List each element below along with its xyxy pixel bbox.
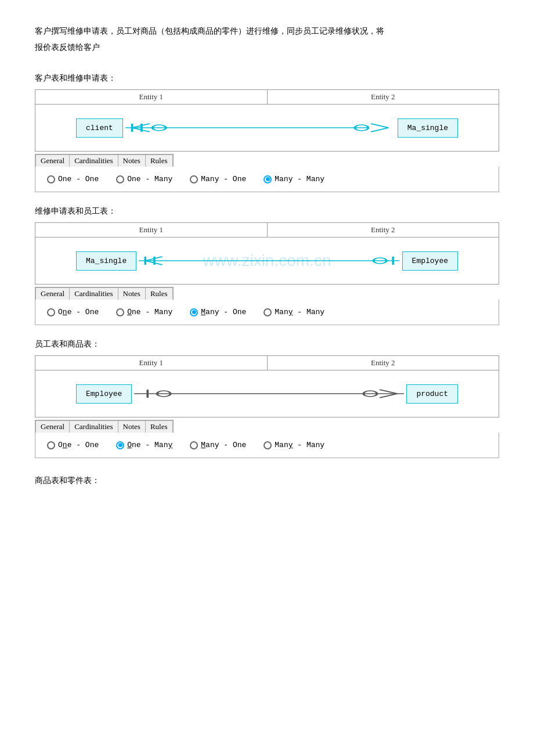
cardinality-panel-1: One - One One - Many Many - One Many - M… [35, 167, 499, 192]
section-2-label: 维修申请表和员工表： [35, 206, 499, 217]
tab-rules-3[interactable]: Rules [146, 420, 173, 433]
radio-circle-3-2 [190, 441, 198, 449]
radio-circle-3-1 [116, 441, 124, 449]
radio-one-many-3[interactable]: One - Many [116, 441, 172, 449]
tabs-bar-1: General Cardinalities Notes Rules [35, 154, 174, 167]
radio-circle-2-1 [116, 308, 124, 316]
radio-circle-2-0 [47, 308, 55, 316]
section-1-label: 客户表和维修申请表： [35, 73, 499, 84]
entity1-box-1: client [76, 118, 123, 138]
er-header-1: Entity 1 Entity 2 [35, 90, 499, 105]
radio-circle-1-2 [190, 175, 198, 183]
radio-one-one-3[interactable]: One - One [47, 441, 99, 449]
connector-2 [139, 252, 399, 269]
er-diagram-2: Entity 1 Entity 2 Ma_single [35, 222, 499, 285]
tab-general-1[interactable]: General [35, 154, 70, 167]
svg-line-7 [371, 124, 388, 128]
tab-rules-2[interactable]: Rules [146, 287, 173, 300]
entity1-box-3: Employee [76, 384, 132, 404]
svg-line-20 [380, 390, 398, 394]
tabs-bar-2: General Cardinalities Notes Rules [35, 287, 174, 300]
tab-cardinalities-2[interactable]: Cardinalities [70, 287, 118, 300]
radio-group-2: One - One One - Many Many - One Many - M… [47, 305, 487, 319]
connector-3 [134, 385, 404, 402]
intro-line1: 客户撰写维修申请表，员工对商品（包括构成商品的零件）进行维修，同步员工记录维修状… [35, 23, 499, 39]
tab-notes-1[interactable]: Notes [118, 154, 146, 167]
radio-many-many-1[interactable]: Many - Many [264, 175, 324, 183]
tab-general-2[interactable]: General [35, 287, 70, 300]
tab-general-3[interactable]: General [35, 420, 70, 433]
entity2-header-3: Entity 2 [268, 356, 499, 370]
radio-many-many-2[interactable]: Many - Many [264, 308, 324, 316]
er-body-1: client [35, 105, 499, 151]
radio-one-one-2[interactable]: One - One [47, 308, 99, 316]
er-diagram-3: Entity 1 Entity 2 Employee product [35, 355, 499, 417]
er-body-3: Employee product [35, 370, 499, 417]
svg-line-8 [371, 128, 388, 132]
radio-circle-3-3 [264, 441, 272, 449]
radio-group-1: One - One One - Many Many - One Many - M… [47, 172, 487, 186]
entity2-header-2: Entity 2 [268, 223, 499, 237]
er-body-2: Ma_single Employee www.zixin.com.cn [35, 237, 499, 284]
entity1-header-1: Entity 1 [35, 90, 268, 104]
entity1-header-3: Entity 1 [35, 356, 268, 370]
entity2-box-3: product [406, 384, 458, 404]
radio-one-many-1[interactable]: One - Many [116, 175, 172, 183]
entity1-box-2: Ma_single [76, 251, 136, 271]
radio-one-many-2[interactable]: One - Many [116, 308, 172, 316]
tab-rules-1[interactable]: Rules [146, 154, 173, 167]
section-1: 客户表和维修申请表： Entity 1 Entity 2 client [35, 73, 499, 192]
intro-paragraph: 客户撰写维修申请表，员工对商品（包括构成商品的零件）进行维修，同步员工记录维修状… [35, 23, 499, 56]
radio-group-3: One - One One - Many Many - One Many - M… [47, 438, 487, 452]
tab-cardinalities-1[interactable]: Cardinalities [70, 154, 118, 167]
radio-circle-2-2 [190, 308, 198, 316]
radio-many-one-1[interactable]: Many - One [190, 175, 246, 183]
cardinality-panel-3: One - One One - Many Many - One Many - M… [35, 433, 499, 458]
tabs-bar-3: General Cardinalities Notes Rules [35, 420, 174, 433]
connector-1 [125, 119, 395, 136]
section-3: 员工表和商品表： Entity 1 Entity 2 Employee [35, 339, 499, 458]
radio-circle-3-0 [47, 441, 55, 449]
er-diagram-1: Entity 1 Entity 2 client [35, 89, 499, 152]
radio-circle-1-0 [47, 175, 55, 183]
radio-many-many-3[interactable]: Many - Many [264, 441, 324, 449]
entity2-box-2: Employee [402, 251, 458, 271]
er-header-3: Entity 1 Entity 2 [35, 356, 499, 370]
radio-circle-1-3 [264, 175, 272, 183]
radio-circle-2-3 [264, 308, 272, 316]
entity2-header-1: Entity 2 [268, 90, 499, 104]
tab-cardinalities-3[interactable]: Cardinalities [70, 420, 118, 433]
intro-line2: 报价表反馈给客户 [35, 39, 499, 56]
tab-notes-3[interactable]: Notes [118, 420, 146, 433]
section-3-label: 员工表和商品表： [35, 339, 499, 350]
svg-line-21 [380, 394, 398, 398]
radio-one-one-1[interactable]: One - One [47, 175, 99, 183]
radio-many-one-2[interactable]: Many - One [190, 308, 246, 316]
entity2-box-1: Ma_single [398, 118, 458, 138]
tab-notes-2[interactable]: Notes [118, 287, 146, 300]
er-header-2: Entity 1 Entity 2 [35, 223, 499, 237]
section-2: 维修申请表和员工表： Entity 1 Entity 2 Ma_single [35, 206, 499, 325]
cardinality-panel-2: One - One One - Many Many - One Many - M… [35, 300, 499, 325]
radio-circle-1-1 [116, 175, 124, 183]
radio-many-one-3[interactable]: Many - One [190, 441, 246, 449]
last-section-label: 商品表和零件表： [35, 476, 499, 486]
entity1-header-2: Entity 1 [35, 223, 268, 237]
